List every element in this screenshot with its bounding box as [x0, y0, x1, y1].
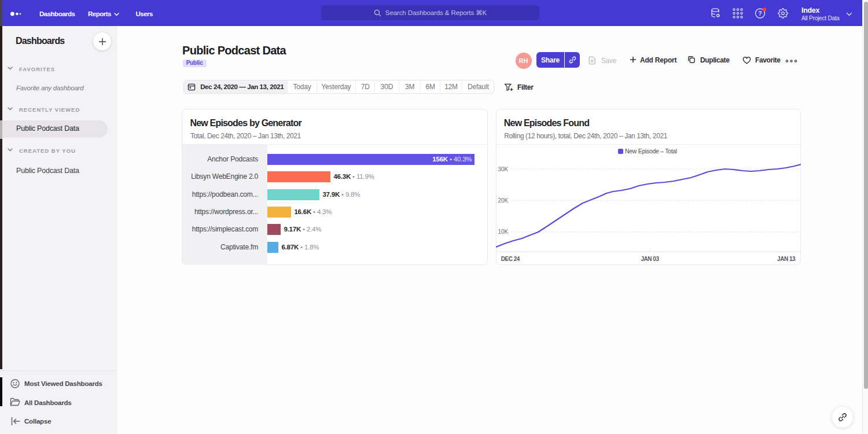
- svg-text:30K: 30K: [498, 166, 508, 172]
- svg-text:JAN 13: JAN 13: [777, 256, 796, 262]
- svg-text:JAN 03: JAN 03: [641, 256, 659, 262]
- svg-text:20K: 20K: [498, 197, 508, 204]
- svg-text:?: ?: [758, 10, 762, 17]
- svg-text:10K: 10K: [498, 229, 508, 235]
- svg-text:DEC 24: DEC 24: [501, 256, 520, 262]
